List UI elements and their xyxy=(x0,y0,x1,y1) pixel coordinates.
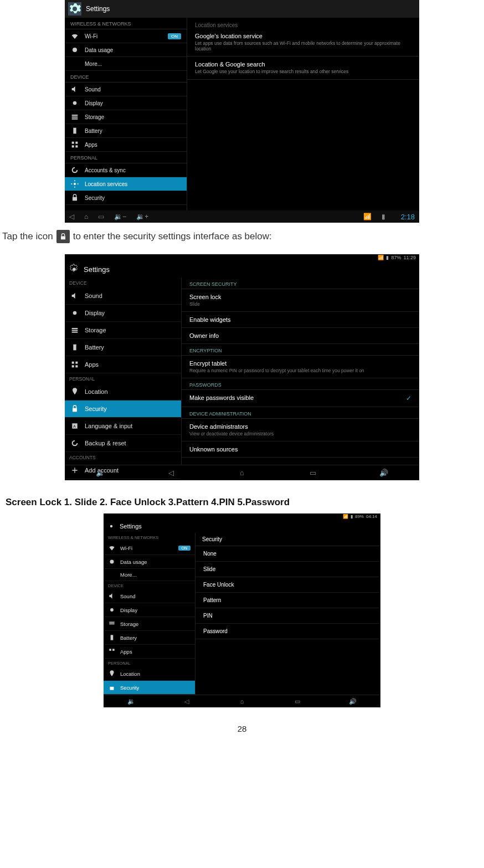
check-icon[interactable]: ✓ xyxy=(406,394,411,402)
section-wireless: WIRELESS & NETWORKS xyxy=(104,533,195,541)
sidebar-item-security[interactable]: Security xyxy=(65,400,181,418)
lock-icon xyxy=(70,404,79,413)
sidebar-item-display[interactable]: Display xyxy=(65,305,181,322)
sidebar-item-sound[interactable]: Sound xyxy=(65,83,187,96)
item-encrypt-tablet[interactable]: Encrypt tabletRequire a numeric PIN or p… xyxy=(182,356,419,378)
sidebar-item-apps[interactable]: Apps xyxy=(65,356,181,373)
sidebar-item-storage[interactable]: Storage xyxy=(65,322,181,339)
wifi-icon xyxy=(108,544,116,552)
sidebar-item-location[interactable]: Location services xyxy=(65,177,187,191)
item-passwords-visible[interactable]: Make passwords visible✓ xyxy=(182,390,419,407)
wifi-toggle[interactable]: ON xyxy=(178,546,191,551)
item-device-admins[interactable]: Device administratorsView or deactivate … xyxy=(182,419,419,441)
item-enable-widgets[interactable]: Enable widgets xyxy=(182,312,419,328)
sidebar-item-battery[interactable]: Battery xyxy=(65,339,181,356)
settings-title: Settings xyxy=(86,5,110,13)
sidebar-item-wifi[interactable]: Wi-Fi ON xyxy=(65,29,187,43)
home-icon[interactable]: ⌂ xyxy=(207,469,277,477)
sidebar-item-security[interactable]: Security xyxy=(65,191,187,205)
item-owner-info[interactable]: Owner info xyxy=(182,328,419,344)
pane-item-google-location[interactable]: Google's location service Let apps use d… xyxy=(187,28,419,57)
vol-up-icon[interactable]: 🔊 xyxy=(325,698,380,705)
screen-lock-heading: Screen Lock 1. Slide 2. Face Unlock 3.Pa… xyxy=(6,497,484,508)
sidebar-item-display[interactable]: Display xyxy=(104,603,195,617)
system-navbar: ◁ ⌂ ▭ 🔉− 🔉+ 📶 ▮ 2:18 xyxy=(65,210,419,223)
wifi-toggle[interactable]: ON xyxy=(168,33,181,39)
svg-rect-17 xyxy=(72,332,78,333)
svg-point-1 xyxy=(73,101,77,105)
svg-rect-16 xyxy=(72,330,78,331)
home-icon[interactable]: ⌂ xyxy=(214,698,270,705)
back-icon[interactable]: ◁ xyxy=(159,698,214,705)
section-device: DEVICE xyxy=(65,71,187,83)
battery-status-icon: ▮ xyxy=(351,514,353,519)
back-icon[interactable]: ◁ xyxy=(69,213,74,220)
screenlock-options-pane: Security None Slide Face Unlock Pattern … xyxy=(195,533,380,695)
location-icon xyxy=(108,670,116,677)
sidebar-item-sound[interactable]: Sound xyxy=(65,287,181,305)
sidebar-item-backup[interactable]: Backup & reset xyxy=(65,435,181,452)
back-icon[interactable]: ◁ xyxy=(136,469,207,477)
svg-point-28 xyxy=(110,608,114,612)
vol-down-icon[interactable]: 🔉− xyxy=(114,213,126,220)
home-icon[interactable]: ⌂ xyxy=(84,213,88,220)
data-icon xyxy=(108,558,116,566)
sidebar-item-battery[interactable]: Battery xyxy=(65,124,187,138)
recent-icon[interactable]: ▭ xyxy=(277,469,348,477)
pane-item-google-search[interactable]: Location & Google search Let Google use … xyxy=(187,57,419,79)
document-page: Settings WIRELESS & NETWORKS Wi-Fi ON Da… xyxy=(0,0,484,750)
sidebar-item-location[interactable]: Location xyxy=(104,667,195,681)
vol-down-icon[interactable]: 🔉 xyxy=(65,469,136,477)
wifi-icon xyxy=(70,33,79,39)
option-slide[interactable]: Slide xyxy=(195,562,380,577)
sidebar-item-more[interactable]: More... xyxy=(104,569,195,581)
recent-icon[interactable]: ▭ xyxy=(98,213,104,220)
svg-rect-18 xyxy=(73,345,76,351)
sidebar-item-accounts[interactable]: Accounts & sync xyxy=(65,163,187,177)
battery-percent: 87% xyxy=(391,255,401,260)
item-unknown-sources[interactable]: Unknown sources xyxy=(182,441,419,458)
page-number: 28 xyxy=(0,724,484,733)
option-pattern[interactable]: Pattern xyxy=(195,593,380,608)
sidebar-item-storage[interactable]: Storage xyxy=(65,110,187,124)
svg-point-10 xyxy=(74,183,76,185)
svg-rect-20 xyxy=(75,362,78,364)
sidebar-item-display[interactable]: Display xyxy=(65,96,187,110)
status-time: 04:14 xyxy=(366,514,377,519)
option-face-unlock[interactable]: Face Unlock xyxy=(195,577,380,593)
lock-icon xyxy=(108,684,116,691)
lock-icon xyxy=(70,194,79,201)
svg-rect-21 xyxy=(72,365,74,367)
sidebar-item-language[interactable]: ALanguage & input xyxy=(65,418,181,435)
sidebar-item-wifi[interactable]: Wi-FiON xyxy=(104,541,195,555)
display-icon xyxy=(70,309,79,317)
vol-up-icon[interactable]: 🔊 xyxy=(348,469,419,477)
svg-rect-23 xyxy=(73,408,77,412)
sidebar-item-data[interactable]: Data usage xyxy=(104,555,195,569)
wifi-status-icon: 📶 xyxy=(363,213,372,220)
item-screen-lock[interactable]: Screen lockSlide xyxy=(182,289,419,312)
sidebar-item-apps[interactable]: Apps xyxy=(104,645,195,659)
apps-icon xyxy=(70,141,79,148)
vol-down-icon[interactable]: 🔉 xyxy=(104,698,159,705)
option-password[interactable]: Password xyxy=(195,624,380,639)
vol-up-icon[interactable]: 🔉+ xyxy=(136,213,148,220)
instruction-text: Tap the icon to enter the security setti… xyxy=(2,230,484,243)
sidebar-item-apps[interactable]: Apps xyxy=(65,138,187,152)
sidebar-item-sound[interactable]: Sound xyxy=(104,589,195,603)
option-none[interactable]: None xyxy=(195,546,380,562)
svg-point-26 xyxy=(110,525,113,528)
sidebar-item-battery[interactable]: Battery xyxy=(104,631,195,645)
settings-title: Settings xyxy=(120,523,142,530)
battery-icon xyxy=(108,634,116,641)
sidebar-item-storage[interactable]: Storage xyxy=(104,617,195,631)
settings-icon xyxy=(68,2,81,16)
location-icon xyxy=(70,387,79,396)
option-pin[interactable]: PIN xyxy=(195,608,380,624)
sidebar-item-more[interactable]: More... xyxy=(65,57,187,71)
sidebar-item-data[interactable]: Data usage xyxy=(65,43,187,57)
recent-icon[interactable]: ▭ xyxy=(270,698,325,705)
sidebar-item-security[interactable]: Security xyxy=(104,681,195,695)
sidebar-item-location[interactable]: Location xyxy=(65,383,181,400)
backup-icon xyxy=(70,439,79,448)
